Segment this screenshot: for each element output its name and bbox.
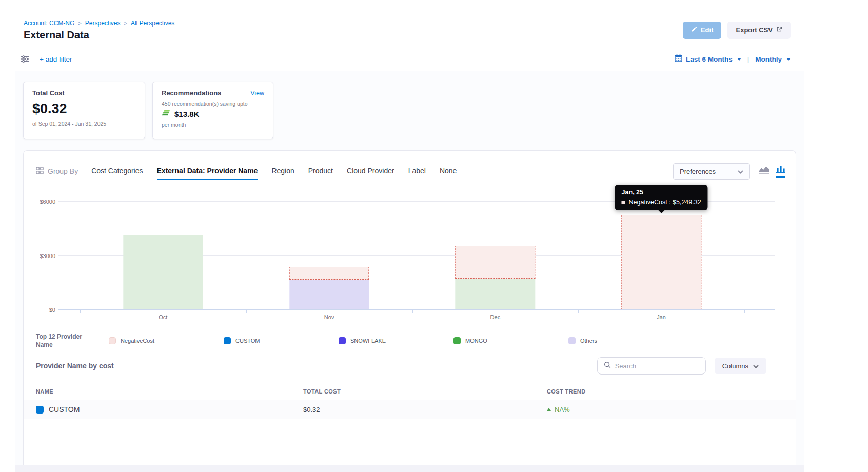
cell-total-cost: $0.32 bbox=[303, 406, 547, 414]
breadcrumb-item-all-perspectives[interactable]: All Perspectives bbox=[131, 19, 174, 27]
page-title: External Data bbox=[24, 29, 174, 41]
legend-item-snowflake[interactable]: SNOWFLAKE bbox=[339, 337, 453, 344]
provider-table: NAMETOTAL COSTCOST TREND CUSTOM$0.32NA% bbox=[24, 383, 796, 419]
legend-swatch-mongo bbox=[453, 337, 461, 344]
export-csv-label: Export CSV bbox=[736, 26, 773, 34]
column-header-name[interactable]: NAME bbox=[24, 388, 303, 395]
tab-cost-categories[interactable]: Cost Categories bbox=[91, 167, 143, 180]
column-header-cost-trend[interactable]: COST TREND bbox=[547, 388, 796, 395]
total-cost-card: Total Cost $0.32 of Sep 01, 2024 - Jan 3… bbox=[23, 82, 145, 139]
preferences-label: Preferences bbox=[680, 168, 716, 175]
bar-mongo-dec[interactable] bbox=[456, 279, 535, 310]
bar-negativecost-nov[interactable] bbox=[289, 267, 369, 280]
filter-settings-icon[interactable] bbox=[21, 55, 29, 63]
add-filter-button[interactable]: + add filter bbox=[40, 55, 72, 63]
axis-tick bbox=[246, 310, 247, 313]
legend-label: MONGO bbox=[465, 338, 487, 344]
breadcrumb-item-account-ccm-ng[interactable]: Account: CCM-NG bbox=[24, 19, 74, 27]
group-by-tabs: Cost CategoriesExternal Data: Provider N… bbox=[91, 167, 457, 176]
search-box[interactable] bbox=[597, 357, 706, 375]
external-link-icon bbox=[776, 26, 782, 34]
granularity-dropdown[interactable]: Monthly bbox=[755, 55, 791, 63]
recommendations-label: Recommendations bbox=[162, 89, 221, 97]
columns-button[interactable]: Columns bbox=[715, 358, 766, 374]
area-chart-icon[interactable] bbox=[758, 165, 770, 176]
chevron-down-icon bbox=[738, 168, 743, 175]
breadcrumb-separator: > bbox=[78, 20, 81, 26]
tooltip-title: Jan, 25 bbox=[622, 189, 701, 196]
total-cost-period: of Sep 01, 2024 - Jan 31, 2025 bbox=[32, 121, 136, 127]
legend-label: Others bbox=[580, 338, 597, 344]
bar-negativecost-jan[interactable] bbox=[621, 215, 701, 310]
chart: $0$3000$6000 Jan, 25 NegativeCost : $5,2… bbox=[34, 191, 775, 330]
legend-label: SNOWFLAKE bbox=[350, 338, 386, 344]
divider: | bbox=[747, 55, 749, 63]
axis-tick bbox=[578, 310, 579, 313]
x-axis-line bbox=[58, 309, 775, 310]
breadcrumb: Account: CCM-NG>Perspectives>All Perspec… bbox=[24, 19, 174, 27]
search-input[interactable] bbox=[615, 362, 705, 370]
tab-none[interactable]: None bbox=[440, 167, 457, 180]
group-by-right: Preferences bbox=[673, 163, 785, 180]
trend-value: NA% bbox=[555, 406, 570, 414]
bar-chart-icon[interactable] bbox=[776, 165, 785, 178]
group-by-label-wrap: Group By bbox=[36, 167, 78, 176]
tab-external-data-provider-name[interactable]: External Data: Provider Name bbox=[157, 167, 258, 180]
legend-swatch-others bbox=[568, 337, 576, 344]
x-tick-label-dec: Dec bbox=[490, 314, 501, 320]
tab-region[interactable]: Region bbox=[271, 167, 294, 180]
column-header-total-cost[interactable]: TOTAL COST bbox=[303, 388, 547, 395]
legend-item-others[interactable]: Others bbox=[568, 337, 683, 344]
time-controls: Last 6 Months | Monthly bbox=[675, 54, 791, 64]
table-title: Provider Name by cost bbox=[36, 362, 114, 370]
legend-item-negativecost[interactable]: NegativeCost bbox=[109, 337, 224, 344]
chevron-down-icon bbox=[753, 362, 759, 370]
date-range-label: Last 6 Months bbox=[686, 55, 733, 63]
chart-legend: Top 12 Provider Name NegativeCostCUSTOMS… bbox=[36, 332, 783, 349]
total-cost-label: Total Cost bbox=[32, 89, 136, 97]
granularity-label: Monthly bbox=[755, 55, 782, 63]
provider-name: CUSTOM bbox=[49, 405, 80, 414]
money-icon bbox=[162, 109, 171, 119]
savings-value: $13.8K bbox=[174, 110, 199, 119]
bar-mongo-oct[interactable] bbox=[123, 235, 203, 310]
savings-period: per month bbox=[162, 122, 264, 128]
summary-cards: Total Cost $0.32 of Sep 01, 2024 - Jan 3… bbox=[23, 82, 796, 139]
legend-item-mongo[interactable]: MONGO bbox=[453, 337, 568, 344]
chart-type-toggle bbox=[758, 165, 785, 178]
export-csv-button[interactable]: Export CSV bbox=[727, 22, 791, 39]
pencil-icon bbox=[691, 26, 697, 34]
legend-label: CUSTOM bbox=[235, 338, 260, 344]
recommendations-subtitle: 450 recommendation(s) saving upto bbox=[162, 101, 264, 107]
y-tick-label: $3000 bbox=[34, 253, 55, 259]
tab-product[interactable]: Product bbox=[308, 167, 333, 180]
table-row-custom[interactable]: CUSTOM$0.32NA% bbox=[24, 400, 796, 419]
top-strip bbox=[0, 0, 868, 14]
legend-items: NegativeCostCUSTOMSNOWFLAKEMONGOOthers bbox=[109, 337, 683, 344]
axis-tick bbox=[80, 310, 81, 313]
preferences-dropdown[interactable]: Preferences bbox=[673, 163, 750, 180]
page-header: Account: CCM-NG>Perspectives>All Perspec… bbox=[15, 14, 804, 47]
chevron-down-icon bbox=[737, 58, 741, 61]
edit-button-label: Edit bbox=[701, 26, 714, 34]
legend-item-custom[interactable]: CUSTOM bbox=[224, 337, 339, 344]
tab-label[interactable]: Label bbox=[408, 167, 426, 180]
tab-cloud-provider[interactable]: Cloud Provider bbox=[347, 167, 394, 180]
chart-tooltip: Jan, 25 NegativeCost : $5,249.32 bbox=[615, 185, 708, 210]
content-area: Total Cost $0.32 of Sep 01, 2024 - Jan 3… bbox=[15, 71, 804, 472]
columns-button-label: Columns bbox=[722, 362, 748, 370]
y-tick-label: $0 bbox=[34, 307, 55, 313]
date-range-dropdown[interactable]: Last 6 Months bbox=[686, 55, 741, 63]
bar-snowflake-nov[interactable] bbox=[289, 280, 369, 310]
breadcrumb-item-perspectives[interactable]: Perspectives bbox=[85, 19, 121, 27]
edit-button[interactable]: Edit bbox=[683, 22, 722, 39]
legend-title: Top 12 Provider Name bbox=[36, 332, 88, 349]
bar-negativecost-dec[interactable] bbox=[456, 246, 535, 278]
search-icon bbox=[604, 361, 611, 370]
tooltip-body: NegativeCost : $5,249.32 bbox=[622, 199, 701, 206]
view-recommendations-link[interactable]: View bbox=[250, 90, 264, 97]
legend-swatch-negativecost bbox=[109, 337, 116, 344]
header-left: Account: CCM-NG>Perspectives>All Perspec… bbox=[24, 19, 174, 41]
group-by-label: Group By bbox=[48, 167, 78, 175]
table-header-row: NAMETOTAL COSTCOST TREND bbox=[24, 383, 796, 400]
